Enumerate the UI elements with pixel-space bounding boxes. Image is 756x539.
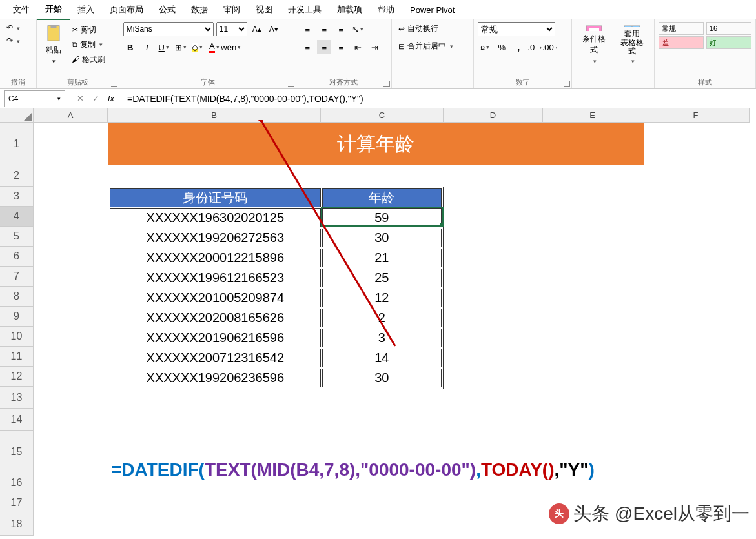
paste-button[interactable]: 粘贴 ▾ bbox=[41, 22, 66, 67]
tab-视图[interactable]: 视图 bbox=[248, 0, 280, 19]
conditional-format-button[interactable]: 条件格式 bbox=[576, 22, 611, 67]
row-header-2[interactable]: 2 bbox=[0, 165, 34, 187]
tab-Power Pivot[interactable]: Power Pivot bbox=[402, 1, 462, 19]
format-painter-button[interactable]: 🖌格式刷 bbox=[69, 53, 108, 66]
copy-button[interactable]: ⧉复制 bbox=[69, 38, 108, 52]
number-dialog-launcher[interactable] bbox=[564, 81, 570, 87]
merge-center-button[interactable]: ⊟合并后居中 bbox=[396, 39, 470, 53]
decrease-indent-icon[interactable]: ⇤ bbox=[351, 40, 365, 54]
formula-bar: C4▾ ✕ ✓ fx bbox=[0, 89, 756, 108]
spreadsheet-grid[interactable]: ABCDEF 123456789101112131415161718 计算年龄 … bbox=[0, 108, 756, 539]
row-header-17[interactable]: 17 bbox=[0, 493, 34, 513]
increase-font-icon[interactable]: A▴ bbox=[250, 22, 264, 36]
font-select[interactable]: MiSans bbox=[123, 22, 214, 36]
font-color-button[interactable]: A bbox=[207, 40, 221, 54]
table-format-button[interactable]: 套用 表格格式 bbox=[615, 22, 650, 67]
style-normal[interactable]: 常规 bbox=[659, 22, 704, 35]
row-header-15[interactable]: 15 bbox=[0, 431, 34, 473]
col-header-C[interactable]: C bbox=[321, 108, 444, 123]
underline-button[interactable]: U bbox=[157, 40, 171, 54]
col-header-D[interactable]: D bbox=[444, 108, 543, 123]
col-header-B[interactable]: B bbox=[108, 108, 321, 123]
align-bottom-icon[interactable]: ≡ bbox=[334, 22, 348, 36]
increase-indent-icon[interactable]: ⇥ bbox=[367, 40, 382, 54]
style-bad[interactable]: 差 bbox=[659, 36, 704, 49]
table-row: XXXXXX19920627256330 bbox=[110, 229, 442, 247]
row-header-11[interactable]: 11 bbox=[0, 347, 34, 367]
italic-button[interactable]: I bbox=[140, 40, 154, 54]
row-header-5[interactable]: 5 bbox=[0, 227, 34, 247]
tab-审阅[interactable]: 审阅 bbox=[216, 0, 248, 19]
col-header-A[interactable]: A bbox=[34, 108, 108, 123]
row-header-16[interactable]: 16 bbox=[0, 473, 34, 493]
cancel-formula-icon[interactable]: ✕ bbox=[73, 92, 87, 106]
align-left-icon[interactable]: ≡ bbox=[300, 40, 314, 54]
row-header-18[interactable]: 18 bbox=[0, 513, 34, 536]
clipboard-dialog-launcher[interactable] bbox=[111, 81, 117, 87]
row-header-6[interactable]: 6 bbox=[0, 247, 34, 267]
orientation-icon[interactable]: ⤡ bbox=[351, 22, 365, 36]
wrap-text-button[interactable]: ↩自动换行 bbox=[396, 22, 470, 36]
tab-加载项[interactable]: 加载项 bbox=[329, 0, 370, 19]
border-button[interactable]: ⊞ bbox=[174, 40, 188, 54]
align-right-icon[interactable]: ≡ bbox=[334, 40, 348, 54]
fx-icon[interactable]: fx bbox=[104, 92, 118, 106]
row-header-10[interactable]: 10 bbox=[0, 327, 34, 347]
style-num16[interactable]: 16 bbox=[706, 22, 751, 35]
undo-button[interactable]: ↶ bbox=[4, 22, 32, 34]
font-size-select[interactable]: 11 bbox=[216, 22, 247, 36]
increase-decimal-icon[interactable]: .0→ bbox=[528, 40, 542, 54]
fill-color-button[interactable]: ◇ bbox=[190, 40, 205, 54]
row-header-8[interactable]: 8 bbox=[0, 287, 34, 307]
number-format-select[interactable]: 常规 bbox=[478, 22, 555, 36]
tab-数据[interactable]: 数据 bbox=[183, 0, 216, 19]
cut-button[interactable]: ✂剪切 bbox=[69, 23, 108, 37]
tab-开始[interactable]: 开始 bbox=[37, 0, 70, 20]
row-header-9[interactable]: 9 bbox=[0, 307, 34, 327]
confirm-formula-icon[interactable]: ✓ bbox=[88, 92, 103, 106]
align-middle-icon[interactable]: ≡ bbox=[317, 22, 331, 36]
wrap-icon: ↩ bbox=[398, 25, 405, 34]
style-good[interactable]: 好 bbox=[706, 36, 751, 49]
font-dialog-launcher[interactable] bbox=[288, 81, 294, 87]
tab-公式[interactable]: 公式 bbox=[151, 0, 183, 19]
row-header-1[interactable]: 1 bbox=[0, 123, 34, 165]
table-row: XXXXXX20071231654214 bbox=[110, 349, 442, 367]
align-center-icon[interactable]: ≡ bbox=[317, 40, 331, 54]
formula-display: =DATEDIF(TEXT(MID(B4,7,8),"0000-00-00"),… bbox=[111, 460, 595, 480]
tab-插入[interactable]: 插入 bbox=[70, 0, 102, 19]
name-box[interactable]: C4▾ bbox=[4, 90, 65, 107]
tab-帮助[interactable]: 帮助 bbox=[370, 0, 402, 19]
row-header-13[interactable]: 13 bbox=[0, 387, 34, 409]
copy-icon: ⧉ bbox=[72, 40, 77, 49]
tab-页面布局[interactable]: 页面布局 bbox=[102, 0, 151, 19]
redo-button[interactable]: ↷ bbox=[4, 35, 32, 46]
decrease-font-icon[interactable]: A▾ bbox=[267, 22, 281, 36]
align-dialog-launcher[interactable] bbox=[383, 81, 390, 87]
table-row: XXXXXX2019062165963 bbox=[110, 329, 442, 347]
row-header-3[interactable]: 3 bbox=[0, 187, 34, 207]
align-top-icon[interactable]: ≡ bbox=[300, 22, 314, 36]
formula-input[interactable] bbox=[122, 90, 756, 107]
col-header-F[interactable]: F bbox=[642, 108, 750, 123]
comma-button[interactable]: , bbox=[511, 40, 526, 54]
brush-icon: 🖌 bbox=[72, 55, 79, 64]
row-header-4[interactable]: 4 bbox=[0, 207, 34, 227]
scissors-icon: ✂ bbox=[72, 25, 78, 34]
phonetic-button[interactable]: wén bbox=[224, 40, 238, 54]
row-header-7[interactable]: 7 bbox=[0, 267, 34, 287]
tab-开发工具[interactable]: 开发工具 bbox=[280, 0, 329, 19]
font-group-title: 字体 bbox=[123, 76, 292, 87]
tab-文件[interactable]: 文件 bbox=[5, 0, 37, 19]
decrease-decimal-icon[interactable]: .00← bbox=[545, 40, 559, 54]
bold-button[interactable]: B bbox=[123, 40, 138, 54]
title-banner: 计算年龄 bbox=[108, 123, 644, 165]
col-header-E[interactable]: E bbox=[543, 108, 642, 123]
select-all-corner[interactable] bbox=[0, 108, 34, 123]
row-header-12[interactable]: 12 bbox=[0, 367, 34, 387]
svg-rect-1 bbox=[51, 25, 57, 28]
row-header-14[interactable]: 14 bbox=[0, 409, 34, 431]
currency-button[interactable]: ¤ bbox=[478, 40, 492, 54]
table-row: XXXXXX2020081656262 bbox=[110, 309, 442, 327]
percent-button[interactable]: % bbox=[495, 40, 509, 54]
